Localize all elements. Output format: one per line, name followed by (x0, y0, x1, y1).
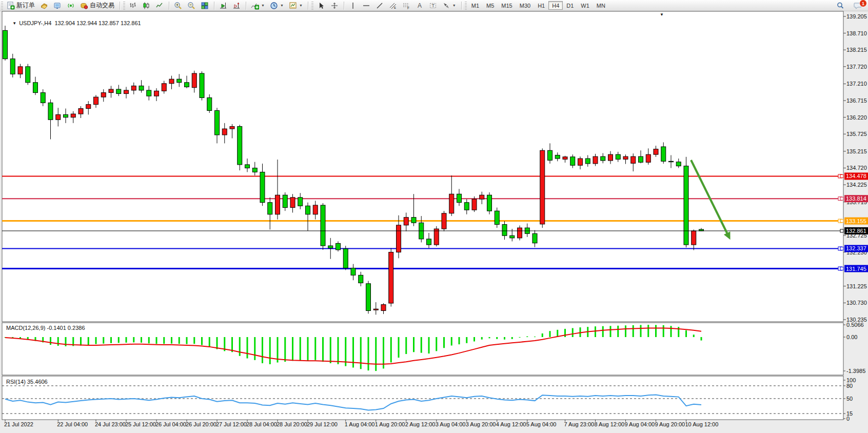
candle (676, 162, 681, 166)
macd-histogram-bar (526, 337, 528, 337)
candle (275, 195, 280, 214)
macd-histogram-bar (50, 337, 51, 345)
macd-histogram-bar (436, 337, 437, 351)
macd-histogram-bar (428, 337, 430, 353)
candle (631, 156, 636, 163)
candle (373, 309, 378, 310)
chart-canvas[interactable]: 139.205138.710138.215137.720137.210136.7… (0, 0, 868, 433)
macd-histogram-bar (534, 337, 536, 337)
price-badge-notch (840, 220, 843, 223)
candle (336, 243, 341, 250)
candle (298, 198, 303, 206)
candle (351, 268, 356, 275)
candle (200, 73, 204, 97)
macd-histogram-bar (405, 337, 407, 354)
candle (252, 168, 257, 172)
macd-histogram-bar (519, 337, 521, 338)
price-axis-label: 134.720 (846, 165, 867, 171)
macd-histogram-bar (95, 337, 97, 344)
candle (260, 172, 265, 202)
chart-dropdown-icon[interactable]: ▼ (660, 12, 664, 17)
candle (661, 147, 666, 161)
price-badge-label: 132.337 (846, 245, 866, 251)
candle (109, 89, 113, 93)
macd-histogram-bar (284, 337, 286, 362)
candle (48, 103, 53, 120)
rsi-label: RSI(14) 35.4606 (6, 379, 48, 385)
candle (563, 157, 567, 160)
candle (578, 159, 583, 165)
price-axis-label: 137.210 (846, 81, 867, 87)
main-pane[interactable] (2, 11, 843, 322)
macd-histogram-bar (307, 337, 309, 361)
macd-histogram-bar (186, 337, 188, 344)
candle (381, 305, 386, 311)
chart-title-dropdown-icon[interactable]: ▼ (12, 21, 16, 26)
macd-histogram-bar (171, 337, 172, 344)
rsi-pane[interactable] (2, 376, 843, 420)
price-axis-label: 134.225 (846, 182, 867, 188)
macd-histogram-bar (390, 337, 392, 363)
candle (101, 93, 106, 97)
chart-ohlc-values: 132.904 132.944 132.857 132.861 (54, 20, 141, 26)
price-axis-label: 137.720 (846, 64, 867, 70)
candle (427, 239, 431, 245)
candle (177, 79, 182, 83)
macd-histogram-bar (314, 337, 316, 360)
macd-histogram-bar (103, 337, 104, 344)
mt4-window: 新订单 自动交易 (0, 0, 868, 433)
candle (230, 126, 234, 129)
macd-axis-label: 0.00 (846, 334, 857, 340)
macd-histogram-bar (118, 337, 120, 343)
candle (26, 67, 30, 83)
date-axis-label: 9 Aug 04:00 (625, 421, 655, 427)
candle (116, 89, 121, 94)
date-axis-label: 24 Jul 23:00 (95, 421, 126, 427)
price-badge-label: 131.745 (846, 266, 866, 272)
candle (64, 114, 68, 117)
date-axis-label: 9 Aug 20:00 (655, 421, 685, 427)
macd-histogram-bar (670, 326, 672, 337)
chart-title[interactable]: ▼USDJPY-,H4 132.904 132.944 132.857 132.… (6, 14, 141, 32)
candle (56, 114, 61, 120)
macd-histogram-bar (292, 337, 293, 361)
macd-axis-label: 0.5066 (846, 322, 864, 328)
candle (487, 195, 492, 211)
candle (389, 252, 393, 303)
candle (139, 86, 144, 90)
macd-histogram-bar (413, 337, 415, 352)
macd-axis-label: -1.3985 (846, 368, 865, 374)
macd-histogram-bar (330, 337, 331, 363)
price-axis-label: 138.215 (846, 47, 867, 53)
macd-histogram-bar (322, 337, 324, 362)
candle (585, 159, 590, 164)
macd-histogram-bar (201, 337, 203, 345)
macd-histogram-bar (466, 337, 467, 343)
macd-histogram-bar (459, 337, 460, 344)
price-badge-notch (840, 267, 843, 270)
macd-pane[interactable] (2, 323, 843, 375)
price-badge-notch (840, 247, 843, 250)
macd-histogram-bar (451, 337, 452, 346)
candle (359, 275, 363, 283)
candle (555, 155, 560, 159)
macd-histogram-bar (693, 334, 695, 337)
candle (268, 203, 272, 214)
candle (366, 284, 371, 311)
candle (192, 73, 196, 88)
price-axis-label: 139.205 (846, 13, 867, 19)
macd-histogram-bar (564, 329, 566, 337)
macd-histogram-bar (474, 337, 475, 341)
macd-histogram-bar (443, 337, 445, 348)
macd-histogram-bar (647, 325, 649, 337)
date-axis-label: 21 Jul 2022 (4, 421, 33, 427)
date-axis-label: 2 Aug 12:00 (405, 421, 436, 427)
candle (41, 93, 45, 103)
macd-histogram-bar (141, 337, 142, 343)
macd-histogram-bar (511, 337, 513, 339)
price-badge-label: 133.814 (846, 195, 866, 202)
macd-histogram-bar (209, 337, 210, 347)
macd-histogram-bar (156, 337, 157, 344)
price-axis-label: 136.220 (846, 114, 867, 121)
price-axis-label: 130.730 (846, 300, 867, 306)
